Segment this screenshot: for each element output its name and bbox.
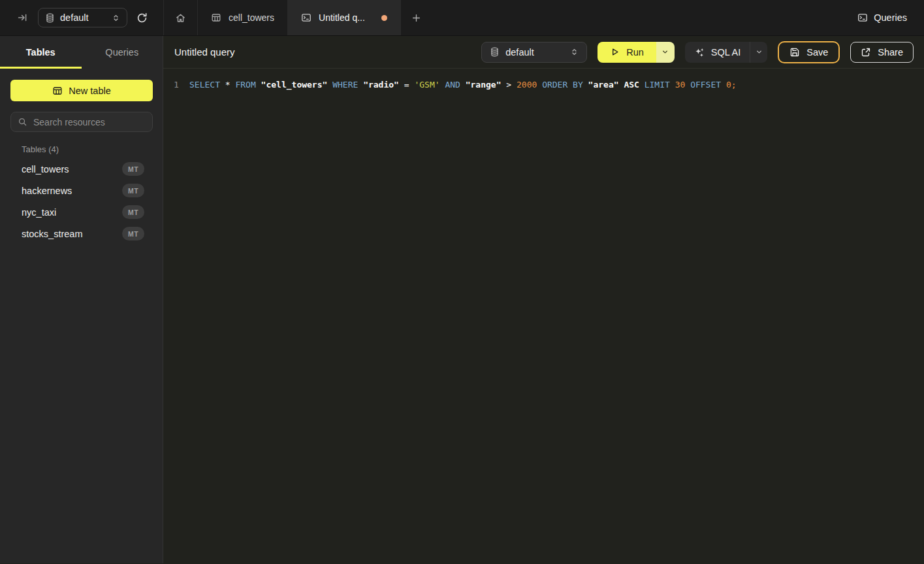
new-table-button[interactable]: New table [10,80,153,101]
tab-untitled-query[interactable]: Untitled q... [288,0,401,35]
search-icon [18,117,27,127]
sidebar-tab-queries[interactable]: Queries [82,36,163,69]
terminal-icon [857,12,868,23]
database-selector[interactable]: default [38,8,127,27]
table-engine-badge: MT [122,227,144,241]
query-title: Untitled query [174,46,235,58]
sql-editor[interactable]: 1 SELECT * FROM "cell_towers" WHERE "rad… [163,69,924,563]
chevron-down-icon [756,48,763,56]
save-button-label: Save [806,47,828,58]
chevron-down-icon [661,48,669,56]
sql-code: SELECT * FROM "cell_towers" WHERE "radio… [189,78,737,91]
plus-icon [411,13,421,23]
database-icon [45,13,55,23]
tables-section-label: Tables (4) [0,144,163,154]
chevron-up-down-icon [112,14,120,22]
table-engine-badge: MT [122,184,144,197]
share-button-label: Share [878,47,903,58]
line-number: 1 [174,78,180,91]
table-row[interactable]: stocks_streamMT [0,223,163,244]
table-name: nyc_taxi [22,207,56,218]
share-icon [861,47,871,58]
sql-ai-button[interactable]: SQL AI [685,42,750,63]
table-row[interactable]: nyc_taxiMT [0,201,163,223]
run-button[interactable]: Run [597,42,656,63]
active-tab-underline [0,67,82,69]
table-icon [52,86,63,96]
save-icon [789,47,800,58]
refresh-button[interactable] [136,12,148,24]
tab-cell-towers[interactable]: cell_towers [198,0,288,35]
run-options-button[interactable] [656,42,675,63]
sidebar-tabs: Tables Queries [0,36,163,69]
query-header: Untitled query default [163,36,924,69]
top-bar: default cell_towers Untitl [0,0,924,36]
refresh-icon [136,12,148,24]
save-button[interactable]: Save [778,41,840,63]
collapse-sidebar-icon [17,12,27,23]
sparkles-icon [694,47,705,58]
database-selector-value: default [60,12,106,23]
tab-label: cell_towers [229,12,274,23]
table-row[interactable]: hackernewsMT [0,180,163,201]
main-panel: Untitled query default [163,36,924,563]
share-button[interactable]: Share [850,42,914,63]
home-icon [175,12,186,24]
tab-label: Untitled q... [319,12,365,23]
new-tab-button[interactable] [401,0,432,35]
search-box [10,112,153,132]
table-engine-badge: MT [122,162,144,176]
sidebar-tab-tables[interactable]: Tables [0,36,82,69]
database-selector-value: default [505,47,564,58]
table-row[interactable]: cell_towersMT [0,158,163,180]
table-icon [211,12,221,23]
table-name: hackernews [22,186,72,196]
query-toolbar: default Run [481,41,914,63]
queries-button-label: Queries [874,12,907,23]
database-icon [490,47,500,57]
run-button-label: Run [626,47,644,58]
top-bar-left: default [0,0,163,35]
code-line: 1 SELECT * FROM "cell_towers" WHERE "rad… [174,78,924,91]
sidebar: Tables Queries New table Tables (4) cell… [0,36,163,563]
terminal-icon [301,12,311,23]
table-name: cell_towers [22,164,69,174]
chevron-up-down-icon [570,48,579,56]
collapse-sidebar-button[interactable] [17,12,27,23]
unsaved-changes-dot [381,15,387,21]
table-name: stocks_stream [22,229,82,239]
database-selector[interactable]: default [481,42,587,63]
tab-strip: cell_towers Untitled q... [163,0,857,35]
new-table-button-label: New table [69,86,110,96]
queries-button[interactable]: Queries [857,12,907,23]
top-bar-right: Queries [857,0,924,35]
search-input[interactable] [33,117,146,127]
sql-ai-button-label: SQL AI [711,47,741,58]
sql-ai-options-button[interactable] [750,42,767,63]
run-split-button: Run [597,42,675,63]
sql-ai-split-button: SQL AI [685,42,767,63]
tab-home[interactable] [164,0,198,35]
play-icon [610,47,620,57]
table-list: cell_towersMThackernewsMTnyc_taxiMTstock… [0,158,163,244]
table-engine-badge: MT [122,205,144,219]
